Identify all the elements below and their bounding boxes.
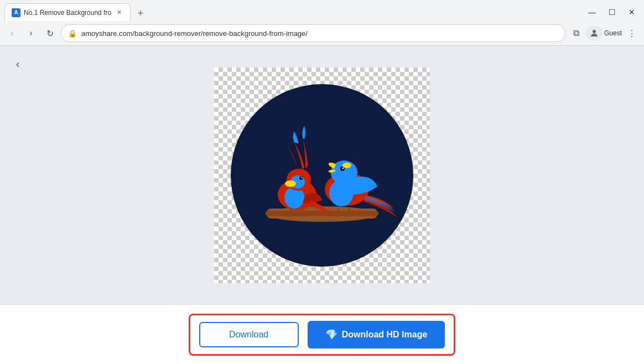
svg-point-0 <box>593 30 596 33</box>
tab-favicon: A <box>12 8 20 17</box>
tab-close-button[interactable]: ✕ <box>115 8 123 17</box>
download-button[interactable]: Download <box>199 322 299 347</box>
window-controls: — ☐ ✕ <box>584 4 640 20</box>
image-canvas <box>214 67 430 283</box>
download-hd-label: Download HD Image <box>342 330 428 340</box>
birds-illustration <box>239 98 405 253</box>
back-button[interactable]: ‹ <box>4 25 20 41</box>
toggle-tabs-button[interactable]: ⧉ <box>569 25 584 41</box>
svg-point-9 <box>299 176 303 180</box>
highlight-box: Download 💎 Download HD Image <box>189 314 456 356</box>
download-hd-button[interactable]: 💎 Download HD Image <box>308 321 445 349</box>
forward-button[interactable]: › <box>23 25 39 41</box>
diamond-icon: 💎 <box>325 329 337 341</box>
browser-actions: ⧉ Guest ⋮ <box>569 25 640 41</box>
url-text: amoyshare.com/background-remover/remove-… <box>81 29 558 38</box>
new-tab-button[interactable]: + <box>133 6 148 21</box>
minimize-button[interactable]: — <box>584 4 600 20</box>
menu-button[interactable]: ⋮ <box>624 25 640 41</box>
tab-title: No.1 Remove Background fro <box>24 9 111 17</box>
svg-point-15 <box>342 167 344 169</box>
profile-button[interactable] <box>586 25 602 41</box>
tab-bar: A No.1 Remove Background fro ✕ + <box>4 3 584 21</box>
image-preview-area <box>0 46 644 304</box>
svg-rect-3 <box>266 211 378 216</box>
active-tab[interactable]: A No.1 Remove Background fro ✕ <box>4 3 131 21</box>
refresh-button[interactable]: ↻ <box>42 25 58 41</box>
svg-point-16 <box>342 163 351 168</box>
title-bar: A No.1 Remove Background fro ✕ + — ☐ ✕ <box>0 0 644 21</box>
close-button[interactable]: ✕ <box>624 4 640 20</box>
svg-point-8 <box>285 180 296 187</box>
profile-label: Guest <box>604 29 622 37</box>
url-bar[interactable]: 🔒 amoyshare.com/background-remover/remov… <box>61 24 565 42</box>
action-bar: Download 💎 Download HD Image <box>0 304 644 364</box>
bird-circle-image <box>231 84 413 267</box>
main-content: ‹ <box>0 46 644 364</box>
address-bar: ‹ › ↻ 🔒 amoyshare.com/background-remover… <box>0 21 644 45</box>
lock-icon: 🔒 <box>68 29 77 38</box>
maximize-button[interactable]: ☐ <box>604 4 620 20</box>
svg-point-10 <box>301 177 302 178</box>
back-chevron-button[interactable]: ‹ <box>9 55 27 72</box>
browser-chrome: A No.1 Remove Background fro ✕ + — ☐ ✕ ‹… <box>0 0 644 46</box>
profile-icon <box>589 28 599 38</box>
